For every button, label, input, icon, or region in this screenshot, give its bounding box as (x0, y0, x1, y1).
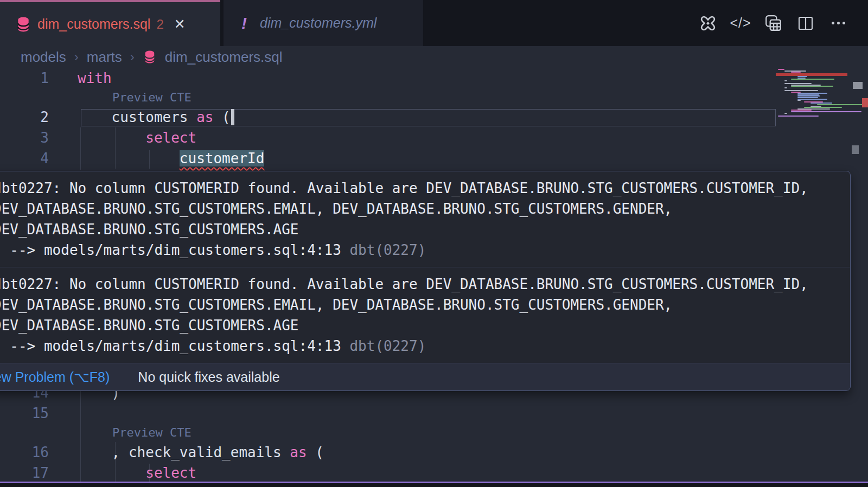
diagnostic-location-link[interactable]: --> models/marts/dim_customers.sql:4:13 (0, 242, 341, 258)
codelens-row: Preview CTE (0, 424, 776, 442)
database-icon (144, 50, 156, 63)
compile-code-icon[interactable]: </> (731, 14, 750, 33)
no-quick-fixes-label: No quick fixes available (138, 369, 279, 385)
overview-ruler-mark (862, 98, 868, 107)
minimap-code-line (804, 107, 842, 108)
minimap-code-line (797, 100, 801, 101)
line-number: 2 (0, 107, 49, 127)
tab-label: dim_customers.yml (260, 15, 376, 31)
scrollbar-overview-ruler[interactable] (851, 68, 868, 482)
overview-ruler-mark (852, 145, 859, 154)
codelens-row: Preview CTE (0, 88, 776, 107)
more-actions-icon[interactable] (829, 14, 847, 33)
code-line[interactable]: 4 customerId (0, 148, 776, 169)
minimap-code-line (791, 79, 834, 80)
text-cursor (231, 109, 234, 125)
code-line[interactable]: 3 select (0, 127, 776, 148)
tab-bar: dim_customers.sql 2 ✕ ! dim_customers.ym… (0, 0, 868, 46)
minimap-code-line (797, 93, 827, 94)
problem-count-badge: 2 (156, 17, 163, 32)
diagnostic-text: DEV_DATABASE.BRUNO.STG_CUSTOMERS.EMAIL, … (0, 294, 845, 315)
panel-edge (0, 483, 868, 487)
line-number: 17 (0, 463, 49, 483)
close-icon[interactable]: ✕ (174, 16, 186, 32)
diagnostic-text: DEV_DATABASE.BRUNO.STG_CUSTOMERS.EMAIL, … (0, 198, 845, 219)
minimap-code-line (778, 69, 784, 70)
tab-label: dim_customers.sql (37, 16, 150, 32)
minimap-code-line (797, 99, 827, 100)
diagnostic-text: DEV_DATABASE.BRUNO.STG_CUSTOMERS.AGE (0, 315, 845, 336)
diagnostic-text: DEV_DATABASE.BRUNO.STG_CUSTOMERS.AGE (0, 219, 845, 240)
diagnostic-text: dbt0227: No column CUSTOMERID found. Ava… (0, 178, 845, 198)
error-word-customerid[interactable]: customerId (180, 150, 265, 166)
line-number: 16 (0, 442, 49, 463)
error-hover-popup: dbt0227: No column CUSTOMERID found. Ava… (0, 171, 851, 391)
breadcrumb-marts[interactable]: marts (87, 49, 122, 66)
diagnostic-source: dbt(0227) (341, 338, 426, 354)
code-line[interactable]: 2 customers as ( (0, 107, 776, 127)
database-icon (16, 17, 30, 32)
minimap-code-line (778, 116, 819, 117)
minimap-code-line (784, 90, 818, 91)
diagnostic-text: dbt0227: No column CUSTOMERID found. Ava… (0, 274, 845, 294)
view-problem-link[interactable]: View Problem (⌥F8) (0, 369, 110, 385)
diagnostic-message-block: dbt0227: No column CUSTOMERID found. Ava… (0, 267, 850, 363)
diagnostic-message-block: dbt0227: No column CUSTOMERID found. Ava… (0, 171, 850, 267)
diagnostic-location-link[interactable]: --> models/marts/dim_customers.sql:4:13 (0, 338, 341, 354)
minimap-error-line (776, 73, 847, 76)
tab-dim-customers-yml[interactable]: ! dim_customers.yml (224, 0, 423, 46)
minimap-code-line (791, 72, 801, 73)
diagnostic-source: dbt(0227) (341, 242, 426, 258)
breadcrumb: models › marts › dim_customers.sql (0, 46, 868, 68)
dbt-icon[interactable] (699, 14, 717, 33)
breadcrumb-file[interactable]: dim_customers.sql (165, 49, 283, 66)
code-line[interactable]: 16 , check_valid_emails as ( (0, 442, 776, 463)
split-editor-icon[interactable] (796, 14, 815, 33)
hover-status-bar: View Problem (⌥F8) No quick fixes availa… (0, 363, 850, 390)
chevron-right-icon: › (74, 49, 79, 65)
chevron-right-icon: › (130, 49, 135, 65)
line-number: 4 (0, 148, 49, 169)
tab-dim-customers-sql[interactable]: dim_customers.sql 2 ✕ (0, 0, 220, 46)
minimap-code-line (784, 80, 787, 81)
code-line[interactable]: 17 select (0, 463, 776, 483)
line-number: 15 (0, 403, 49, 424)
overview-ruler-mark (853, 82, 863, 89)
vscode-editor-window: dim_customers.sql 2 ✕ ! dim_customers.ym… (0, 0, 868, 487)
warning-exclamation-icon: ! (241, 14, 247, 33)
minimap-code-line (791, 86, 833, 87)
codelens-preview-cte-link[interactable]: Preview CTE (49, 88, 192, 107)
query-results-table-icon[interactable] (764, 14, 782, 33)
code-line[interactable]: 1with (0, 68, 776, 88)
breadcrumb-models[interactable]: models (21, 49, 66, 66)
line-number: 3 (0, 127, 49, 148)
minimap-code-line (784, 113, 787, 114)
editor-actions: </> (699, 0, 868, 46)
codelens-preview-cte-link[interactable]: Preview CTE (49, 424, 192, 442)
minimap-code-line (784, 83, 812, 84)
code-line[interactable]: 15 (0, 403, 776, 424)
minimap-code-line (784, 87, 787, 88)
line-number: 1 (0, 68, 49, 88)
minimap-code-line (797, 97, 818, 98)
minimap-code-line (797, 76, 807, 77)
